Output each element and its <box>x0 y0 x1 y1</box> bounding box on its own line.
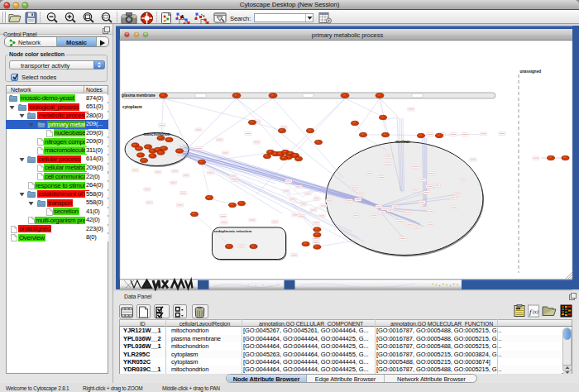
svg-text:mitochondrion: mitochondrion <box>143 132 170 136</box>
svg-text:(x): (x) <box>533 309 538 315</box>
svg-text:endoplasmic reticulum: endoplasmic reticulum <box>214 229 252 233</box>
svg-text:unassigned: unassigned <box>520 69 542 74</box>
svg-text:cytoplasm: cytoplasm <box>122 105 142 109</box>
svg-text:plasma membrane: plasma membrane <box>122 93 156 98</box>
svg-text:A: A <box>180 14 184 20</box>
svg-text:primary metabolic process: primary metabolic process <box>312 31 384 39</box>
